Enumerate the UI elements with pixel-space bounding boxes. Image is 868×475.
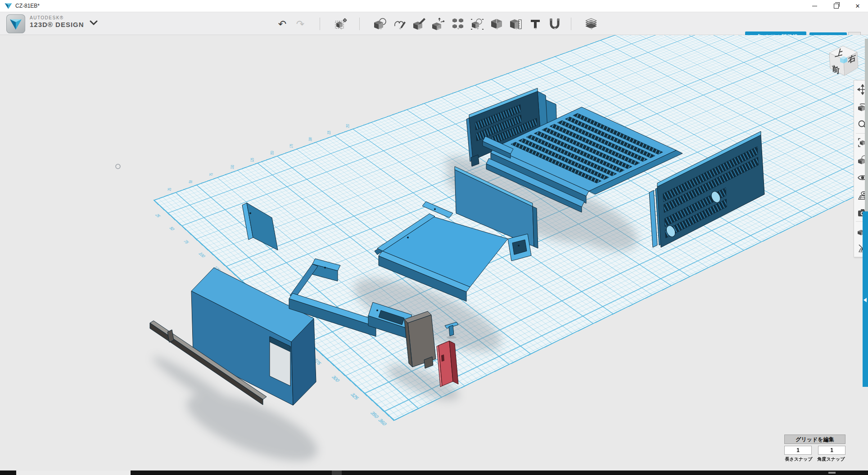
restore-icon: [834, 4, 839, 9]
toolbar-separator: [359, 18, 360, 30]
view-cube[interactable]: 上 前 右: [822, 41, 863, 85]
minimize-button[interactable]: [804, 0, 825, 12]
angle-snap-label: 角度スナップ: [817, 456, 845, 462]
grid-x-label: 125: [249, 158, 255, 162]
measure-button[interactable]: [508, 16, 524, 31]
grid-x-label: 25: [167, 188, 172, 191]
text-icon: [529, 17, 542, 31]
grid-y-label: 360: [377, 418, 388, 426]
modify-button[interactable]: [431, 16, 446, 31]
edit-grid-button[interactable]: グリッドを編集: [784, 435, 845, 444]
sketch-icon: [393, 17, 407, 31]
right-edge-strip: [865, 39, 868, 211]
material-layers-icon: [584, 17, 598, 31]
grid-y-label: 75: [182, 240, 190, 244]
viewport-canvas[interactable]: 2550751001251501752002252502550751001251…: [0, 35, 868, 471]
grid-y-label: 325: [349, 393, 360, 400]
restore-button[interactable]: [826, 0, 846, 12]
undo-icon: ↶: [278, 18, 286, 30]
main-toolbar: AUTODESK® 123D® DESIGN ↶ ↷: [0, 12, 868, 35]
pattern-button[interactable]: [450, 16, 466, 31]
app-logo[interactable]: [6, 14, 25, 33]
title-bar: CZ-81EB* ✕: [0, 0, 868, 12]
collapsed-panel-tab[interactable]: [863, 211, 868, 387]
magnet-icon: [548, 17, 561, 31]
construct-button[interactable]: [411, 16, 427, 31]
part-small-red-box[interactable]: [437, 341, 458, 387]
taskbar-tray: [828, 472, 836, 474]
sketch-button[interactable]: [392, 16, 407, 31]
combine-button[interactable]: [489, 16, 504, 31]
grid-x-label: 250: [345, 124, 350, 128]
grid-x-label: 175: [289, 144, 294, 148]
snap-button[interactable]: [547, 16, 562, 31]
primitives-icon: [374, 17, 387, 31]
modify-icon: [432, 17, 445, 31]
length-snap-label: 長さスナップ: [784, 456, 813, 462]
text-button[interactable]: [528, 16, 543, 31]
taskbar-window-segment: [16, 471, 131, 475]
part-small-gray-box[interactable]: [404, 311, 436, 368]
transform-button[interactable]: [333, 16, 348, 31]
brand-company: AUTODESK®: [30, 15, 84, 21]
primitives-button[interactable]: [373, 16, 388, 31]
grid-y-label: 50: [168, 227, 176, 231]
construct-icon: [412, 17, 426, 31]
grid-x-label: 75: [208, 173, 214, 176]
grid-y-label: 300: [330, 375, 341, 382]
measure-icon: [509, 17, 523, 31]
length-snap-input[interactable]: [784, 446, 812, 455]
redo-button[interactable]: ↷: [293, 16, 308, 31]
toolbar-separator: [320, 18, 320, 30]
taskbar-item: [332, 471, 342, 475]
grid-y-label: 100: [198, 252, 206, 258]
grouping-icon: [470, 17, 484, 31]
material-button[interactable]: [583, 16, 599, 31]
combine-icon: [490, 17, 503, 31]
grid-settings-panel: グリッドを編集 長さスナップ 角度スナップ: [784, 435, 845, 462]
grid-y-label: 350: [369, 411, 380, 418]
grid-x-label: 225: [326, 130, 331, 134]
app-logo-icon: [6, 14, 25, 33]
app-mini-logo-icon: [5, 3, 12, 9]
grid-x-label: 200: [308, 137, 313, 141]
redo-icon: ↷: [296, 18, 304, 30]
main-menu-chevron-icon[interactable]: [89, 20, 98, 26]
grid-x-label: 150: [269, 151, 275, 155]
brand-product: 123D® DESIGN: [30, 21, 84, 28]
angle-snap-input[interactable]: [818, 446, 845, 455]
brand-block: AUTODESK® 123D® DESIGN: [30, 15, 84, 28]
transform-icon: [334, 17, 348, 31]
pattern-icon: [451, 17, 465, 31]
grid-x-label: 100: [230, 165, 235, 169]
grid-x-label: 50: [188, 180, 193, 184]
undo-button[interactable]: ↶: [275, 16, 290, 31]
minimize-icon: [812, 6, 817, 6]
grid-y-label: 25: [154, 214, 161, 218]
taskbar-sliver: [0, 471, 868, 475]
close-button[interactable]: ✕: [847, 0, 868, 12]
toolbar-separator: [571, 18, 571, 30]
window-title: CZ-81EB*: [15, 3, 40, 9]
close-icon: ✕: [855, 3, 860, 9]
grouping-button[interactable]: [470, 16, 485, 31]
expand-panel-arrow-icon: [863, 298, 867, 302]
